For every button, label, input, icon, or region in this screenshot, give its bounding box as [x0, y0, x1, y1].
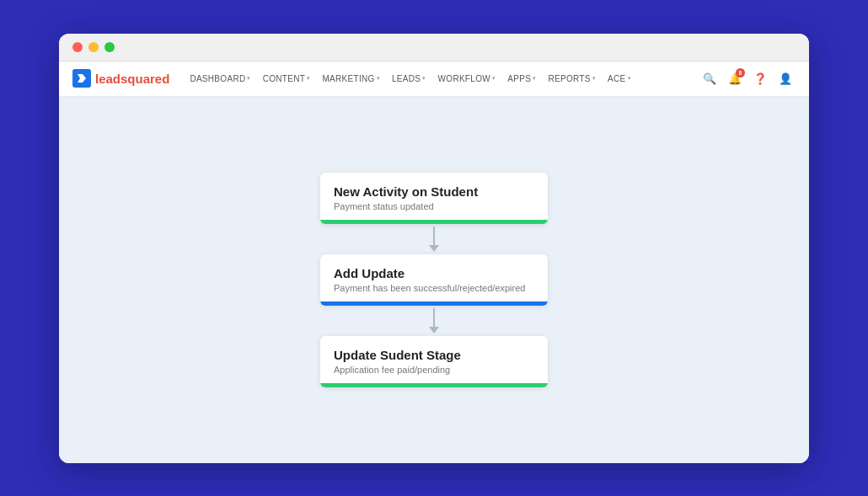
logo-icon-shape — [78, 74, 86, 83]
search-icon: 🔍 — [703, 72, 716, 85]
main-content: New Activity on Student Payment status u… — [59, 97, 809, 463]
chevron-down-icon: ▾ — [628, 75, 631, 82]
account-button[interactable]: 👤 — [775, 68, 796, 88]
connector-2 — [429, 306, 439, 336]
nav-item-ace[interactable]: ACE ▾ — [603, 71, 636, 87]
help-button[interactable]: ❓ — [750, 68, 770, 88]
card-body-2: Add Update Payment has been successful/r… — [320, 254, 548, 301]
nav-item-content[interactable]: CONTENT ▾ — [258, 71, 316, 87]
connector-line-1 — [433, 227, 435, 245]
workflow-card-1[interactable]: New Activity on Student Payment status u… — [320, 173, 548, 224]
chevron-down-icon: ▾ — [492, 75, 496, 82]
nav-item-dashboard[interactable]: DASHBOARD ▾ — [185, 71, 255, 87]
card-title-3: Update Sudent Stage — [334, 348, 534, 362]
nav-item-workflow[interactable]: WORKFLOW ▾ — [433, 71, 501, 87]
card-subtitle-3: Application fee paid/pending — [334, 365, 534, 375]
minimize-dot[interactable] — [88, 42, 99, 52]
titlebar — [59, 34, 809, 61]
card-body-1: New Activity on Student Payment status u… — [320, 173, 548, 220]
nav-items: DASHBOARD ▾ CONTENT ▾ MARKETING ▾ LEADS … — [185, 71, 699, 87]
connector-arrow-1 — [429, 245, 439, 252]
connector-arrow-2 — [429, 327, 439, 333]
nav-item-reports[interactable]: REPORTS ▾ — [543, 71, 601, 87]
browser-window: leadsquared DASHBOARD ▾ CONTENT ▾ MARKET… — [59, 34, 809, 463]
logo-text: leadsquared — [95, 72, 169, 86]
logo-lead: lead — [95, 72, 121, 86]
connector-line-2 — [433, 308, 435, 327]
nav-item-apps[interactable]: APPS ▾ — [502, 71, 541, 87]
logo-squared: squared — [121, 72, 169, 86]
chevron-down-icon: ▾ — [422, 75, 426, 82]
card-subtitle-1: Payment status updated — [334, 201, 534, 211]
card-subtitle-2: Payment has been successful/rejected/exp… — [334, 283, 534, 293]
card-bar-3 — [320, 383, 548, 387]
help-icon: ❓ — [753, 72, 767, 85]
chevron-down-icon: ▾ — [533, 75, 536, 82]
card-title-2: Add Update — [334, 266, 534, 280]
logo-icon — [72, 69, 91, 88]
chevron-down-icon: ▾ — [592, 75, 596, 82]
card-body-3: Update Sudent Stage Application fee paid… — [320, 336, 548, 383]
nav-item-leads[interactable]: LEADS ▾ — [387, 71, 431, 87]
workflow-container: New Activity on Student Payment status u… — [320, 173, 548, 387]
workflow-card-3[interactable]: Update Sudent Stage Application fee paid… — [320, 336, 548, 387]
workflow-card-2[interactable]: Add Update Payment has been successful/r… — [320, 254, 548, 306]
close-dot[interactable] — [72, 42, 83, 52]
search-button[interactable]: 🔍 — [699, 68, 720, 88]
notification-button[interactable]: 🔔 8 — [725, 68, 745, 88]
maximize-dot[interactable] — [104, 42, 115, 52]
account-icon: 👤 — [779, 72, 792, 85]
connector-1 — [429, 224, 439, 254]
logo[interactable]: leadsquared — [72, 69, 169, 88]
nav-item-marketing[interactable]: MARKETING ▾ — [317, 71, 384, 87]
chevron-down-icon: ▾ — [377, 75, 380, 82]
card-title-1: New Activity on Student — [334, 184, 534, 199]
chevron-down-icon: ▾ — [247, 75, 250, 82]
navbar: leadsquared DASHBOARD ▾ CONTENT ▾ MARKET… — [59, 61, 809, 97]
notification-badge: 8 — [736, 68, 745, 77]
chevron-down-icon: ▾ — [307, 75, 310, 82]
nav-actions: 🔍 🔔 8 ❓ 👤 — [699, 68, 796, 88]
